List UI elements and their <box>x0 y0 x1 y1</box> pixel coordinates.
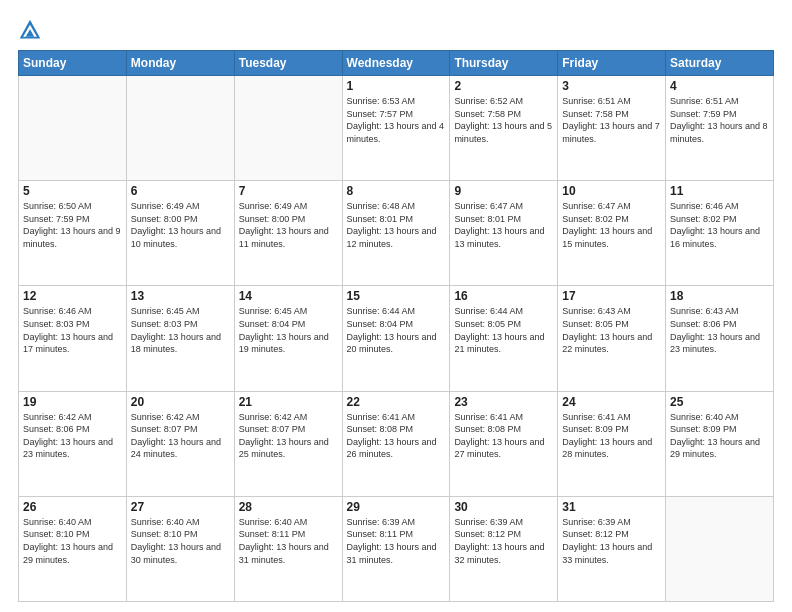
weekday-header-friday: Friday <box>558 51 666 76</box>
day-cell-2: 2Sunrise: 6:52 AMSunset: 7:58 PMDaylight… <box>450 76 558 181</box>
day-info: Sunrise: 6:49 AMSunset: 8:00 PMDaylight:… <box>239 200 338 250</box>
day-number: 20 <box>131 395 230 409</box>
weekday-header-row: SundayMondayTuesdayWednesdayThursdayFrid… <box>19 51 774 76</box>
day-number: 23 <box>454 395 553 409</box>
day-cell-9: 9Sunrise: 6:47 AMSunset: 8:01 PMDaylight… <box>450 181 558 286</box>
empty-cell <box>126 76 234 181</box>
day-cell-3: 3Sunrise: 6:51 AMSunset: 7:58 PMDaylight… <box>558 76 666 181</box>
day-info: Sunrise: 6:47 AMSunset: 8:02 PMDaylight:… <box>562 200 661 250</box>
day-number: 21 <box>239 395 338 409</box>
day-cell-16: 16Sunrise: 6:44 AMSunset: 8:05 PMDayligh… <box>450 286 558 391</box>
day-number: 26 <box>23 500 122 514</box>
day-info: Sunrise: 6:51 AMSunset: 7:59 PMDaylight:… <box>670 95 769 145</box>
day-number: 6 <box>131 184 230 198</box>
day-number: 18 <box>670 289 769 303</box>
day-number: 3 <box>562 79 661 93</box>
day-cell-14: 14Sunrise: 6:45 AMSunset: 8:04 PMDayligh… <box>234 286 342 391</box>
weekday-header-sunday: Sunday <box>19 51 127 76</box>
week-row-5: 26Sunrise: 6:40 AMSunset: 8:10 PMDayligh… <box>19 496 774 601</box>
day-info: Sunrise: 6:50 AMSunset: 7:59 PMDaylight:… <box>23 200 122 250</box>
day-cell-28: 28Sunrise: 6:40 AMSunset: 8:11 PMDayligh… <box>234 496 342 601</box>
day-info: Sunrise: 6:41 AMSunset: 8:08 PMDaylight:… <box>347 411 446 461</box>
day-cell-22: 22Sunrise: 6:41 AMSunset: 8:08 PMDayligh… <box>342 391 450 496</box>
weekday-header-monday: Monday <box>126 51 234 76</box>
weekday-header-tuesday: Tuesday <box>234 51 342 76</box>
day-number: 12 <box>23 289 122 303</box>
day-cell-15: 15Sunrise: 6:44 AMSunset: 8:04 PMDayligh… <box>342 286 450 391</box>
empty-cell <box>19 76 127 181</box>
calendar: SundayMondayTuesdayWednesdayThursdayFrid… <box>18 50 774 602</box>
day-info: Sunrise: 6:45 AMSunset: 8:03 PMDaylight:… <box>131 305 230 355</box>
day-info: Sunrise: 6:48 AMSunset: 8:01 PMDaylight:… <box>347 200 446 250</box>
day-number: 10 <box>562 184 661 198</box>
day-cell-24: 24Sunrise: 6:41 AMSunset: 8:09 PMDayligh… <box>558 391 666 496</box>
day-cell-19: 19Sunrise: 6:42 AMSunset: 8:06 PMDayligh… <box>19 391 127 496</box>
day-cell-8: 8Sunrise: 6:48 AMSunset: 8:01 PMDaylight… <box>342 181 450 286</box>
day-number: 22 <box>347 395 446 409</box>
day-number: 9 <box>454 184 553 198</box>
day-info: Sunrise: 6:40 AMSunset: 8:10 PMDaylight:… <box>131 516 230 566</box>
day-info: Sunrise: 6:47 AMSunset: 8:01 PMDaylight:… <box>454 200 553 250</box>
day-cell-11: 11Sunrise: 6:46 AMSunset: 8:02 PMDayligh… <box>666 181 774 286</box>
day-cell-30: 30Sunrise: 6:39 AMSunset: 8:12 PMDayligh… <box>450 496 558 601</box>
day-cell-26: 26Sunrise: 6:40 AMSunset: 8:10 PMDayligh… <box>19 496 127 601</box>
week-row-3: 12Sunrise: 6:46 AMSunset: 8:03 PMDayligh… <box>19 286 774 391</box>
day-number: 16 <box>454 289 553 303</box>
week-row-4: 19Sunrise: 6:42 AMSunset: 8:06 PMDayligh… <box>19 391 774 496</box>
day-info: Sunrise: 6:42 AMSunset: 8:06 PMDaylight:… <box>23 411 122 461</box>
day-number: 15 <box>347 289 446 303</box>
day-number: 8 <box>347 184 446 198</box>
day-info: Sunrise: 6:46 AMSunset: 8:02 PMDaylight:… <box>670 200 769 250</box>
day-number: 14 <box>239 289 338 303</box>
day-cell-5: 5Sunrise: 6:50 AMSunset: 7:59 PMDaylight… <box>19 181 127 286</box>
day-cell-6: 6Sunrise: 6:49 AMSunset: 8:00 PMDaylight… <box>126 181 234 286</box>
week-row-1: 1Sunrise: 6:53 AMSunset: 7:57 PMDaylight… <box>19 76 774 181</box>
day-info: Sunrise: 6:40 AMSunset: 8:10 PMDaylight:… <box>23 516 122 566</box>
day-number: 1 <box>347 79 446 93</box>
day-info: Sunrise: 6:52 AMSunset: 7:58 PMDaylight:… <box>454 95 553 145</box>
day-cell-18: 18Sunrise: 6:43 AMSunset: 8:06 PMDayligh… <box>666 286 774 391</box>
logo-icon <box>18 18 42 42</box>
day-number: 27 <box>131 500 230 514</box>
day-info: Sunrise: 6:40 AMSunset: 8:09 PMDaylight:… <box>670 411 769 461</box>
day-info: Sunrise: 6:40 AMSunset: 8:11 PMDaylight:… <box>239 516 338 566</box>
day-number: 5 <box>23 184 122 198</box>
day-number: 29 <box>347 500 446 514</box>
page: SundayMondayTuesdayWednesdayThursdayFrid… <box>0 0 792 612</box>
day-cell-1: 1Sunrise: 6:53 AMSunset: 7:57 PMDaylight… <box>342 76 450 181</box>
day-cell-21: 21Sunrise: 6:42 AMSunset: 8:07 PMDayligh… <box>234 391 342 496</box>
weekday-header-saturday: Saturday <box>666 51 774 76</box>
empty-cell <box>234 76 342 181</box>
day-cell-10: 10Sunrise: 6:47 AMSunset: 8:02 PMDayligh… <box>558 181 666 286</box>
day-cell-13: 13Sunrise: 6:45 AMSunset: 8:03 PMDayligh… <box>126 286 234 391</box>
day-cell-29: 29Sunrise: 6:39 AMSunset: 8:11 PMDayligh… <box>342 496 450 601</box>
day-cell-31: 31Sunrise: 6:39 AMSunset: 8:12 PMDayligh… <box>558 496 666 601</box>
empty-cell <box>666 496 774 601</box>
day-info: Sunrise: 6:39 AMSunset: 8:11 PMDaylight:… <box>347 516 446 566</box>
day-info: Sunrise: 6:41 AMSunset: 8:08 PMDaylight:… <box>454 411 553 461</box>
day-number: 13 <box>131 289 230 303</box>
day-info: Sunrise: 6:42 AMSunset: 8:07 PMDaylight:… <box>131 411 230 461</box>
day-info: Sunrise: 6:39 AMSunset: 8:12 PMDaylight:… <box>454 516 553 566</box>
day-number: 17 <box>562 289 661 303</box>
day-number: 28 <box>239 500 338 514</box>
day-cell-7: 7Sunrise: 6:49 AMSunset: 8:00 PMDaylight… <box>234 181 342 286</box>
day-cell-12: 12Sunrise: 6:46 AMSunset: 8:03 PMDayligh… <box>19 286 127 391</box>
day-info: Sunrise: 6:39 AMSunset: 8:12 PMDaylight:… <box>562 516 661 566</box>
weekday-header-wednesday: Wednesday <box>342 51 450 76</box>
day-number: 2 <box>454 79 553 93</box>
day-cell-25: 25Sunrise: 6:40 AMSunset: 8:09 PMDayligh… <box>666 391 774 496</box>
logo <box>18 18 46 42</box>
day-info: Sunrise: 6:51 AMSunset: 7:58 PMDaylight:… <box>562 95 661 145</box>
day-info: Sunrise: 6:46 AMSunset: 8:03 PMDaylight:… <box>23 305 122 355</box>
day-number: 31 <box>562 500 661 514</box>
day-info: Sunrise: 6:45 AMSunset: 8:04 PMDaylight:… <box>239 305 338 355</box>
day-info: Sunrise: 6:41 AMSunset: 8:09 PMDaylight:… <box>562 411 661 461</box>
day-number: 24 <box>562 395 661 409</box>
day-number: 19 <box>23 395 122 409</box>
day-cell-17: 17Sunrise: 6:43 AMSunset: 8:05 PMDayligh… <box>558 286 666 391</box>
day-number: 11 <box>670 184 769 198</box>
day-info: Sunrise: 6:42 AMSunset: 8:07 PMDaylight:… <box>239 411 338 461</box>
day-cell-27: 27Sunrise: 6:40 AMSunset: 8:10 PMDayligh… <box>126 496 234 601</box>
day-info: Sunrise: 6:43 AMSunset: 8:06 PMDaylight:… <box>670 305 769 355</box>
